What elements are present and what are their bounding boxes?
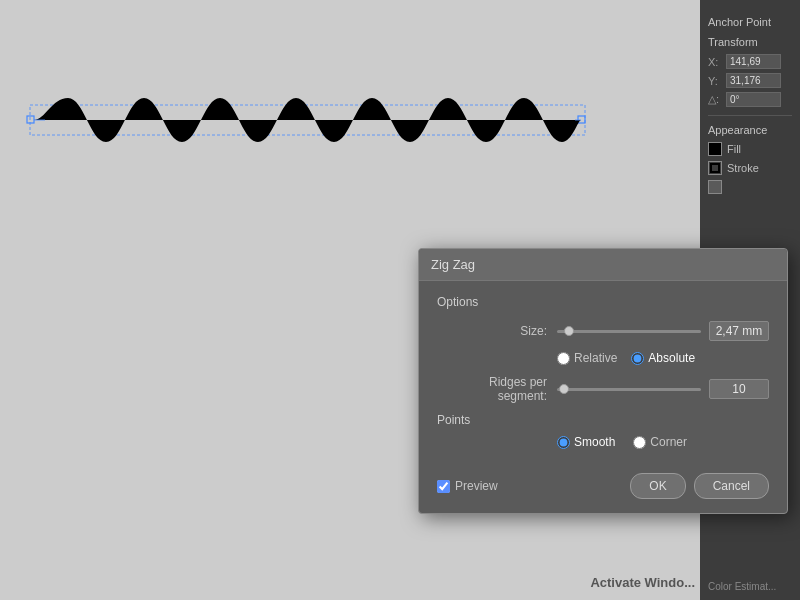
relative-radio[interactable]	[557, 352, 570, 365]
ridges-value-input[interactable]	[709, 379, 769, 399]
size-slider-thumb[interactable]	[564, 326, 574, 336]
ridges-slider-thumb[interactable]	[559, 384, 569, 394]
corner-radio-label[interactable]: Corner	[633, 435, 687, 449]
appearance-title: Appearance	[708, 124, 792, 136]
stroke-item[interactable]: Stroke	[708, 161, 792, 175]
relative-label: Relative	[574, 351, 617, 365]
size-label: Size:	[437, 324, 557, 338]
ridges-row: Ridges per segment:	[437, 375, 769, 403]
ok-button[interactable]: OK	[630, 473, 685, 499]
size-row: Size:	[437, 321, 769, 341]
smooth-radio-label[interactable]: Smooth	[557, 435, 615, 449]
preview-checkbox[interactable]	[437, 480, 450, 493]
x-input[interactable]	[726, 54, 781, 69]
transform-title: Transform	[708, 36, 792, 48]
appearance-extra	[708, 180, 792, 194]
stroke-swatch	[708, 161, 722, 175]
dialog-footer: Preview OK Cancel	[419, 463, 787, 513]
activate-watermark: Activate Windo...	[590, 575, 695, 590]
x-label: X:	[708, 56, 726, 68]
dialog-title: Zig Zag	[419, 249, 787, 281]
angle-label: △:	[708, 93, 726, 106]
color-estimator-text: Color Estimat...	[708, 581, 776, 592]
fill-item[interactable]: Fill	[708, 142, 792, 156]
svg-rect-1	[27, 116, 34, 123]
zig-zag-dialog: Zig Zag Options Size: Relative Absolute	[418, 248, 788, 514]
absolute-radio[interactable]	[631, 352, 644, 365]
cancel-button[interactable]: Cancel	[694, 473, 769, 499]
points-label: Points	[437, 413, 769, 427]
stroke-label: Stroke	[727, 162, 759, 174]
divider-1	[708, 115, 792, 116]
smooth-label: Smooth	[574, 435, 615, 449]
fill-label: Fill	[727, 143, 741, 155]
button-group: OK Cancel	[630, 473, 769, 499]
ridges-slider-container	[557, 379, 769, 399]
angle-input[interactable]	[726, 92, 781, 107]
dialog-body: Options Size: Relative Absolute	[419, 281, 787, 463]
corner-radio[interactable]	[633, 436, 646, 449]
anchor-point-title: Anchor Point	[708, 16, 792, 28]
relative-absolute-row: Relative Absolute	[557, 351, 769, 365]
fill-swatch	[708, 142, 722, 156]
y-input[interactable]	[726, 73, 781, 88]
absolute-radio-label[interactable]: Absolute	[631, 351, 695, 365]
preview-label: Preview	[455, 479, 498, 493]
ridges-slider-track[interactable]	[557, 388, 701, 391]
svg-rect-2	[578, 116, 585, 123]
relative-radio-label[interactable]: Relative	[557, 351, 617, 365]
size-slider-track[interactable]	[557, 330, 701, 333]
smooth-radio[interactable]	[557, 436, 570, 449]
preview-checkbox-label[interactable]: Preview	[437, 479, 498, 493]
absolute-label: Absolute	[648, 351, 695, 365]
ridges-label: Ridges per segment:	[437, 375, 557, 403]
y-label: Y:	[708, 75, 726, 87]
corner-label: Corner	[650, 435, 687, 449]
size-slider-container	[557, 321, 769, 341]
size-value-input[interactable]	[709, 321, 769, 341]
options-label: Options	[437, 295, 769, 309]
points-radio-row: Smooth Corner	[557, 435, 769, 449]
wave-shape	[0, 80, 660, 160]
points-section: Points Smooth Corner	[437, 413, 769, 449]
